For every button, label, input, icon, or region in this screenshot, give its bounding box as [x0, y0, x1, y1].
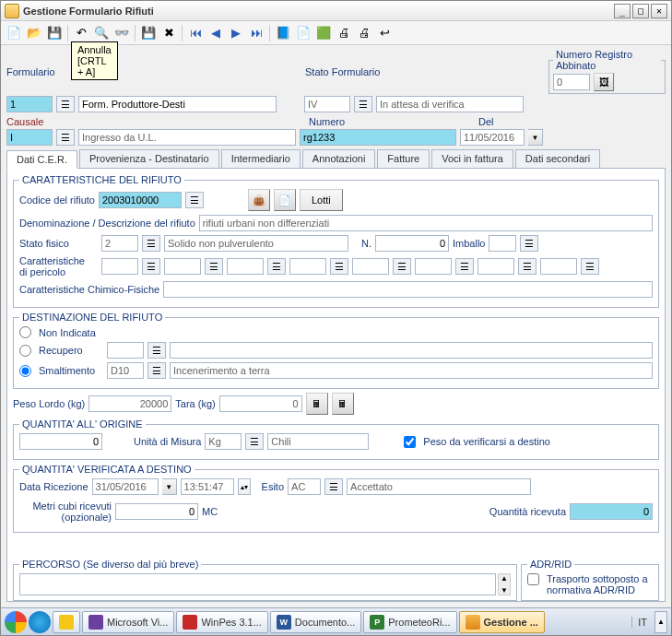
peso-verif-checkbox[interactable]	[404, 436, 416, 448]
minimize-button[interactable]: _	[614, 4, 631, 18]
hp1-btn[interactable]: ☰	[142, 258, 160, 275]
task-word[interactable]: WDocumento...	[270, 611, 361, 633]
ie-icon[interactable]	[29, 611, 51, 633]
exit-icon[interactable]: ↩	[375, 24, 394, 42]
recupero-lookup-button[interactable]: ☰	[147, 342, 166, 359]
num-reg-image-button[interactable]: 🖼	[594, 73, 614, 91]
hp8-input[interactable]	[540, 258, 577, 275]
percorso-textarea[interactable]	[19, 573, 496, 595]
close-button[interactable]: ✕	[651, 4, 667, 18]
codice-rifiuto-input[interactable]	[99, 192, 182, 208]
tab-provenienza[interactable]: Provenienza - Destinatario	[79, 149, 219, 168]
imballo-input[interactable]	[489, 235, 516, 252]
formulario-desc-input[interactable]	[78, 96, 277, 112]
tab-intermediario[interactable]: Intermediario	[221, 149, 301, 168]
print2-icon[interactable]: 🖨	[355, 24, 373, 42]
action2-icon[interactable]: 📄	[294, 24, 312, 42]
tab-annotazioni[interactable]: Annotazioni	[302, 149, 376, 168]
del-dropdown-button[interactable]: ▼	[528, 129, 543, 146]
tab-dati-cer[interactable]: Dati C.E.R.	[6, 150, 77, 169]
stato-lookup-button[interactable]: ☰	[354, 96, 372, 112]
um-lookup-button[interactable]: ☰	[245, 433, 264, 450]
next-icon[interactable]: ▶	[227, 24, 245, 42]
task-gestione[interactable]: Gestione ...	[459, 611, 545, 633]
qdest-legend: QUANTITA' VERIFICATA A DESTINO	[19, 464, 195, 475]
last-icon[interactable]: ⏭	[247, 24, 265, 42]
radio-smaltimento[interactable]	[19, 365, 31, 377]
lotti-button[interactable]: Lotti	[300, 189, 343, 211]
task-evo[interactable]	[53, 611, 80, 633]
print1-icon[interactable]: 🖨	[335, 24, 353, 42]
find2-icon[interactable]: 👓	[112, 24, 131, 42]
hp2-btn[interactable]: ☰	[205, 258, 223, 275]
hp8-btn[interactable]: ☰	[581, 258, 599, 275]
bag-icon-button[interactable]: 👜	[248, 189, 270, 211]
find-icon[interactable]: 🔍	[92, 24, 111, 42]
smaltimento-code-input	[107, 362, 144, 379]
chrome-icon[interactable]	[5, 611, 27, 633]
imballo-lookup-button[interactable]: ☰	[520, 235, 538, 252]
formulario-lookup-button[interactable]: ☰	[56, 96, 75, 112]
hp1-input[interactable]	[101, 258, 138, 275]
show-hidden-icons[interactable]: ▲	[654, 611, 667, 633]
action3-icon[interactable]: 🟩	[314, 24, 333, 42]
recupero-code-input	[107, 342, 144, 359]
numero-input[interactable]	[300, 129, 456, 146]
hp4-input[interactable]	[289, 258, 326, 275]
lang-indicator[interactable]: IT	[631, 617, 653, 628]
delete-icon[interactable]: ✖	[159, 24, 178, 42]
hp5-btn[interactable]: ☰	[393, 258, 411, 275]
hp7-input[interactable]	[477, 258, 514, 275]
radio-recupero[interactable]	[19, 345, 31, 357]
formulario-no-input[interactable]	[6, 96, 53, 112]
qorig-qty-input[interactable]	[19, 433, 102, 450]
data-ric-dropdown[interactable]: ▼	[162, 478, 177, 495]
task-winpes[interactable]: WinPes 3.1...	[176, 611, 267, 633]
caratteristiche-legend: CARATTERISTICHE DEL RIFIUTO	[19, 174, 184, 185]
hp4-btn[interactable]: ☰	[330, 258, 348, 275]
percorso-scrollbar[interactable]: ▲▼	[498, 573, 511, 595]
time-spinner[interactable]: ▴▾	[238, 478, 251, 495]
causale-code-input[interactable]	[6, 129, 53, 146]
maximize-button[interactable]: □	[632, 4, 649, 18]
radio-non-indicata[interactable]	[19, 326, 31, 338]
tab-voci-fattura[interactable]: Voci in fattura	[431, 149, 513, 168]
adr-checkbox[interactable]	[527, 573, 539, 585]
hp2-input[interactable]	[164, 258, 201, 275]
calc1-button[interactable]: 🖩	[306, 393, 328, 415]
hp3-input[interactable]	[227, 258, 264, 275]
calc2-button[interactable]: 🖩	[332, 393, 354, 415]
n-input[interactable]	[375, 235, 449, 252]
hp6-input[interactable]	[415, 258, 452, 275]
time-input[interactable]	[181, 478, 234, 495]
new-icon[interactable]: 📄	[5, 24, 23, 42]
causale-lookup-button[interactable]: ☰	[56, 129, 75, 146]
mc-input[interactable]	[115, 503, 198, 520]
adr-legend: ADR/RID	[527, 559, 574, 570]
hp7-btn[interactable]: ☰	[518, 258, 536, 275]
qric-input[interactable]	[570, 503, 653, 520]
hp6-btn[interactable]: ☰	[455, 258, 474, 275]
save-icon[interactable]: 💾	[45, 24, 64, 42]
action1-icon[interactable]: 📘	[274, 24, 292, 42]
undo-icon[interactable]: ↶ Annulla [CRTL + A]	[72, 24, 90, 42]
data-ric-input[interactable]	[92, 478, 159, 495]
car-chim-input[interactable]	[163, 281, 653, 298]
codice-lookup-button[interactable]: ☰	[185, 192, 204, 208]
open-icon[interactable]: 📂	[25, 24, 43, 42]
tab-dati-secondari[interactable]: Dati secondari	[515, 149, 600, 168]
tab-fatture[interactable]: Fatture	[377, 149, 430, 168]
smaltimento-lookup-button[interactable]: ☰	[147, 362, 166, 379]
tara-input[interactable]	[219, 395, 302, 412]
hp3-btn[interactable]: ☰	[267, 258, 286, 275]
stato-fisico-lookup-button[interactable]: ☰	[142, 235, 160, 252]
task-prometeo[interactable]: PPrometeoRi...	[363, 611, 456, 633]
first-icon[interactable]: ⏮	[186, 24, 205, 42]
esito-lookup-button[interactable]: ☰	[324, 478, 343, 495]
doc-icon-button[interactable]: 📄	[274, 189, 296, 211]
prev-icon[interactable]: ◀	[206, 24, 225, 42]
task-ms-visual[interactable]: Microsoft Vi...	[82, 611, 174, 633]
peso-lordo-input[interactable]	[88, 395, 171, 412]
hp5-input[interactable]	[352, 258, 389, 275]
save2-icon[interactable]: 💾	[139, 24, 158, 42]
